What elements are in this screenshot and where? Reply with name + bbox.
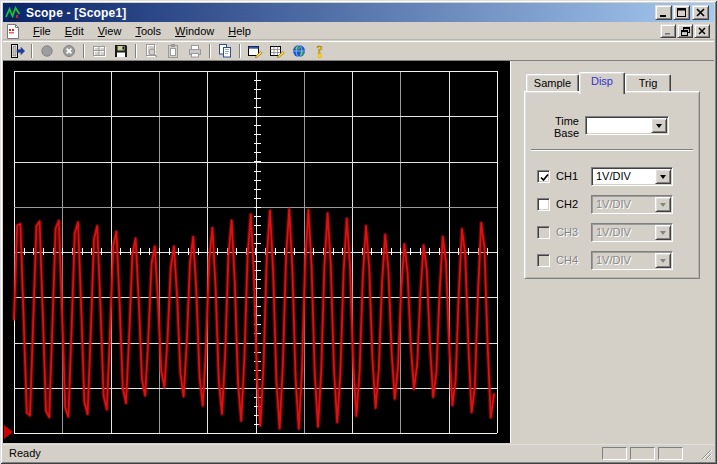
time-base-combobox[interactable] <box>585 116 669 135</box>
print-preview-icon <box>142 43 160 59</box>
mdi-close-icon <box>698 27 706 35</box>
chevron-down-icon[interactable] <box>655 169 671 184</box>
mdi-close-button[interactable] <box>694 24 710 38</box>
ch1-vdiv-combobox[interactable]: 1V/DIV <box>591 167 673 186</box>
print-toolbar-button <box>184 42 206 60</box>
copy-icon <box>216 43 234 59</box>
close-icon <box>696 8 705 17</box>
chevron-down-icon <box>655 225 671 240</box>
menu-tools[interactable]: Tools <box>128 23 168 39</box>
web-toolbar-button[interactable] <box>288 42 310 60</box>
titlebar: Scope - [Scope1] <box>3 3 714 22</box>
resize-grip[interactable] <box>700 447 713 460</box>
ch4-vdiv-combobox: 1V/DIV <box>591 251 673 270</box>
options-toolbar-button[interactable] <box>244 42 266 60</box>
resize-grip-icon <box>700 447 713 460</box>
ch4-label: CH4 <box>556 254 578 267</box>
record-toolbar-button <box>36 42 58 60</box>
toolbar-separator <box>209 44 211 58</box>
status-pane-2 <box>630 447 655 460</box>
paste-icon <box>164 43 182 59</box>
mdi-restore-button[interactable] <box>677 24 693 38</box>
globe-icon <box>290 43 308 59</box>
paste-toolbar-button <box>162 42 184 60</box>
channel-row-ch4: CH4 1V/DIV <box>525 251 699 270</box>
status-pane-3 <box>658 447 683 460</box>
channel-row-ch2: CH2 1V/DIV <box>525 195 699 214</box>
print-preview-toolbar-button <box>140 42 162 60</box>
toolbar-separator <box>83 44 85 58</box>
document-system-menu-icon[interactable] <box>6 24 22 39</box>
toolbar-separator <box>135 44 137 58</box>
tab-disp[interactable]: Disp <box>579 72 625 94</box>
net-options-icon <box>268 43 286 59</box>
ch1-label[interactable]: CH1 <box>556 170 578 183</box>
time-base-label: Time Base <box>533 115 579 139</box>
help-icon: ? <box>312 43 330 59</box>
status-message: Ready <box>9 447 41 459</box>
record-icon <box>38 43 56 59</box>
app-window: Scope - [Scope1] File Edit View Tools Wi… <box>0 0 717 464</box>
ch2-vdiv-combobox: 1V/DIV <box>591 195 673 214</box>
toolbar: ? <box>3 41 714 60</box>
channel-row-ch3: CH3 1V/DIV <box>525 223 699 242</box>
scope-app-icon <box>5 5 21 21</box>
menu-file[interactable]: File <box>26 23 58 39</box>
control-panel: Sample Disp Trig Time Base CH1 1V/DIV <box>510 60 714 443</box>
print-icon <box>186 43 204 59</box>
window-title: Scope - [Scope1] <box>26 6 127 20</box>
menu-window[interactable]: Window <box>168 23 221 39</box>
menu-view[interactable]: View <box>91 23 129 39</box>
check-icon <box>539 172 550 183</box>
ch2-label[interactable]: CH2 <box>556 198 578 211</box>
mdi-minimize-button[interactable] <box>660 24 676 38</box>
maximize-button[interactable] <box>673 5 690 20</box>
ch3-checkbox <box>537 226 550 239</box>
ch3-label: CH3 <box>556 226 578 239</box>
toolbar-separator <box>239 44 241 58</box>
stop-icon <box>60 43 78 59</box>
exit-toolbar-button[interactable] <box>6 42 28 60</box>
status-pane-1 <box>602 447 627 460</box>
scope-display <box>3 60 510 443</box>
chevron-down-icon[interactable] <box>651 118 667 133</box>
tab-sample[interactable]: Sample <box>526 74 579 92</box>
minimize-button[interactable] <box>655 5 672 20</box>
channel-row-ch1: CH1 1V/DIV <box>525 167 699 186</box>
help-toolbar-button[interactable]: ? <box>310 42 332 60</box>
ch3-vdiv-combobox: 1V/DIV <box>591 223 673 242</box>
maximize-icon <box>677 8 686 17</box>
exit-icon <box>8 43 26 59</box>
options-icon <box>246 43 264 59</box>
minimize-icon <box>659 8 668 17</box>
net-options-toolbar-button[interactable] <box>266 42 288 60</box>
mdi-restore-icon <box>681 27 690 36</box>
ch1-checkbox[interactable] <box>537 170 550 183</box>
menu-help[interactable]: Help <box>221 23 258 39</box>
toolbar-separator <box>31 44 33 58</box>
tab-trig[interactable]: Trig <box>625 74 671 92</box>
document-icon <box>6 24 20 39</box>
disp-tab-page: Time Base CH1 1V/DIV <box>524 91 700 279</box>
grid-icon <box>90 43 108 59</box>
ch2-checkbox[interactable] <box>537 198 550 211</box>
scope-canvas <box>3 61 510 444</box>
menu-edit[interactable]: Edit <box>58 23 91 39</box>
mdi-minimize-icon <box>664 27 672 35</box>
close-button[interactable] <box>692 5 709 20</box>
stop-toolbar-button <box>58 42 80 60</box>
grid-toolbar-button <box>88 42 110 60</box>
ch4-checkbox <box>537 254 550 267</box>
menu-bar: File Edit View Tools Window Help <box>3 23 714 40</box>
copy-toolbar-button[interactable] <box>214 42 236 60</box>
status-bar: Ready <box>3 444 714 461</box>
divider <box>531 149 693 151</box>
app-icon[interactable] <box>5 5 21 21</box>
save-icon <box>112 43 130 59</box>
chevron-down-icon <box>655 197 671 212</box>
chevron-down-icon <box>655 253 671 268</box>
save-toolbar-button[interactable] <box>110 42 132 60</box>
